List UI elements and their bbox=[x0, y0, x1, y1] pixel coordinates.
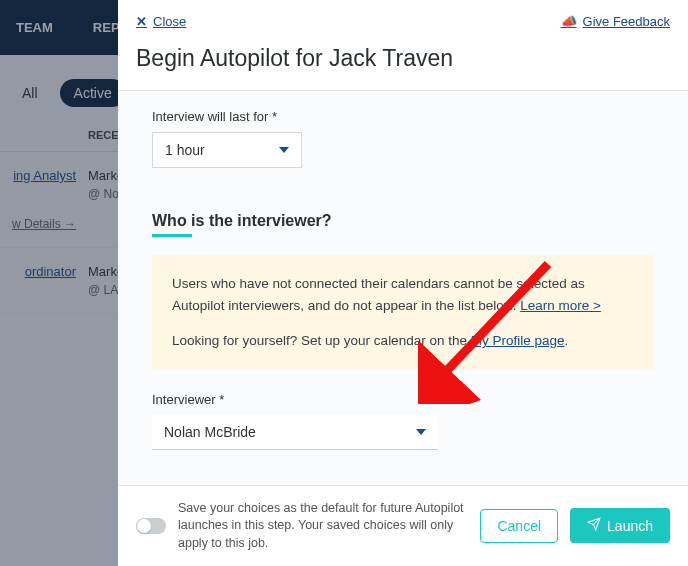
info-text-2b: . bbox=[564, 333, 568, 348]
duration-select[interactable]: 1 hour bbox=[152, 132, 302, 168]
duration-label: Interview will last for * bbox=[152, 109, 654, 124]
save-default-text: Save your choices as the default for fut… bbox=[178, 500, 468, 553]
my-profile-link[interactable]: My Profile page bbox=[471, 333, 565, 348]
interviewer-value: Nolan McBride bbox=[164, 424, 256, 440]
interviewer-section-heading: Who is the interviewer? bbox=[152, 212, 332, 237]
give-feedback-link[interactable]: 📣 Give Feedback bbox=[561, 14, 670, 29]
feedback-label: Give Feedback bbox=[583, 14, 670, 29]
close-label: Close bbox=[153, 14, 186, 29]
close-button[interactable]: ✕ Close bbox=[136, 14, 186, 29]
modal-header-bar: ✕ Close 📣 Give Feedback bbox=[118, 0, 688, 35]
launch-button[interactable]: Launch bbox=[570, 508, 670, 543]
learn-more-link[interactable]: Learn more > bbox=[520, 298, 601, 313]
chevron-down-icon bbox=[279, 147, 289, 153]
paper-plane-icon bbox=[587, 517, 601, 534]
modal-title: Begin Autopilot for Jack Traven bbox=[118, 35, 688, 91]
interviewer-label: Interviewer * bbox=[152, 392, 654, 407]
interviewer-select[interactable]: Nolan McBride bbox=[152, 415, 438, 450]
save-default-toggle[interactable] bbox=[136, 518, 166, 534]
chevron-down-icon bbox=[416, 429, 426, 435]
modal-body[interactable]: Interview will last for * 1 hour Who is … bbox=[118, 91, 688, 485]
autopilot-modal: ✕ Close 📣 Give Feedback Begin Autopilot … bbox=[118, 0, 688, 566]
cancel-button[interactable]: Cancel bbox=[480, 509, 558, 543]
duration-value: 1 hour bbox=[165, 142, 205, 158]
calendar-info-box: Users who have not connected their calen… bbox=[152, 255, 654, 370]
close-icon: ✕ bbox=[136, 14, 147, 29]
megaphone-icon: 📣 bbox=[561, 14, 577, 29]
modal-footer: Save your choices as the default for fut… bbox=[118, 485, 688, 567]
launch-label: Launch bbox=[607, 518, 653, 534]
info-text-2a: Looking for yourself? Set up your calend… bbox=[172, 333, 471, 348]
cancel-label: Cancel bbox=[497, 518, 541, 534]
